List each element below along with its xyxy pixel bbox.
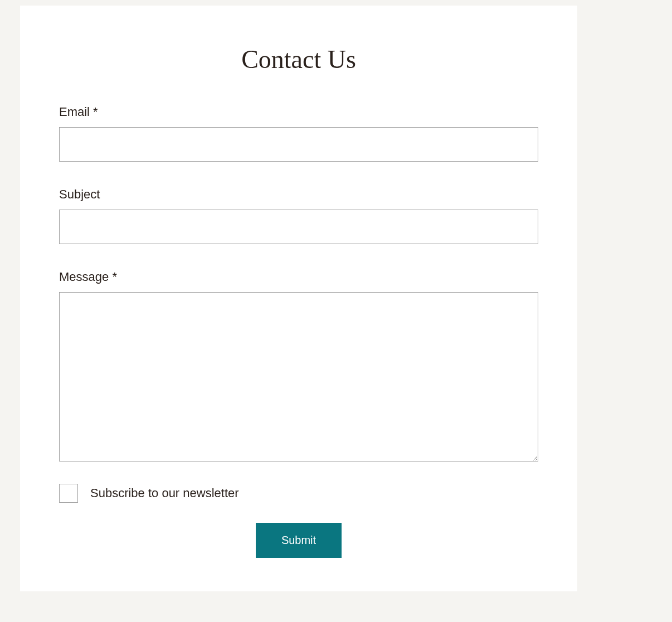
newsletter-row: Subscribe to our newsletter [59, 484, 538, 503]
email-input[interactable] [59, 127, 538, 162]
submit-button[interactable]: Submit [256, 523, 342, 558]
message-field-group: Message * [59, 270, 538, 464]
email-label: Email * [59, 105, 538, 119]
newsletter-label[interactable]: Subscribe to our newsletter [90, 486, 239, 500]
message-input[interactable] [59, 292, 538, 461]
subject-input[interactable] [59, 210, 538, 244]
subject-label: Subject [59, 187, 538, 202]
contact-form-card: Contact Us Email * Subject Message * Sub… [20, 6, 577, 591]
subject-field-group: Subject [59, 187, 538, 244]
newsletter-checkbox[interactable] [59, 484, 78, 503]
email-field-group: Email * [59, 105, 538, 162]
submit-wrapper: Submit [59, 523, 538, 558]
message-label: Message * [59, 270, 538, 284]
page-title: Contact Us [59, 45, 538, 74]
